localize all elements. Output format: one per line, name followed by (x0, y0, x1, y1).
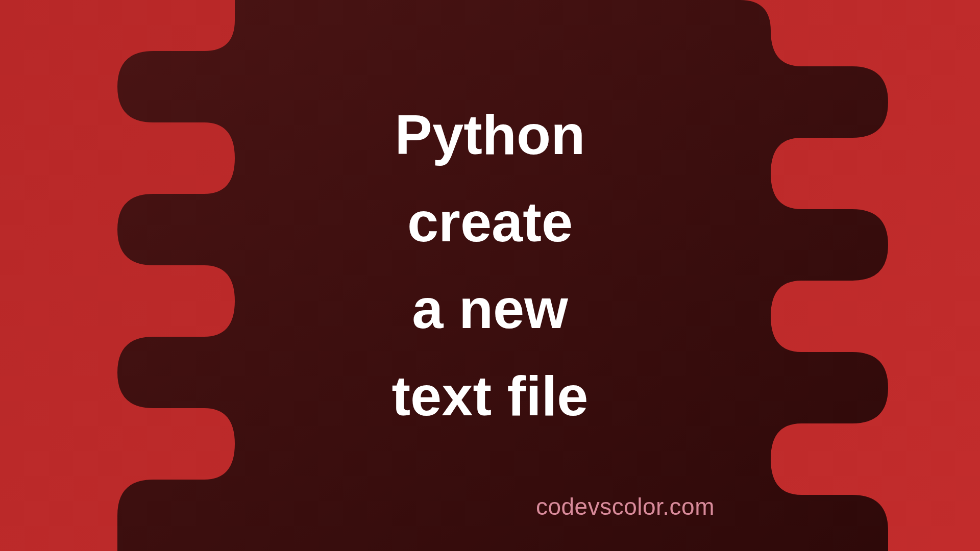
title-line-3: a new (391, 265, 588, 353)
title-line-2: create (391, 179, 588, 266)
main-title: Python create a new text file (391, 91, 588, 439)
site-credit: codevscolor.com (536, 493, 715, 520)
title-line-1: Python (391, 91, 588, 179)
title-line-4: text file (391, 353, 588, 440)
